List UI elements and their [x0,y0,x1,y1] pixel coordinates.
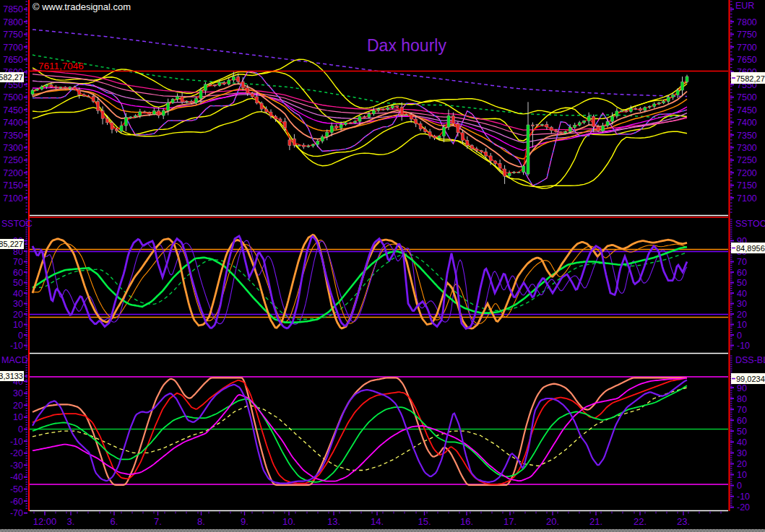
svg-text:7700: 7700 [3,43,23,53]
svg-text:20: 20 [13,401,23,411]
svg-text:7350: 7350 [3,131,23,141]
svg-text:10: 10 [13,320,23,330]
svg-text:10: 10 [13,412,23,422]
svg-text:40: 40 [737,289,747,299]
svg-text:80: 80 [737,394,747,404]
svg-text:99,0234: 99,0234 [736,375,765,383]
svg-text:14.: 14. [371,516,384,527]
svg-text:60: 60 [737,416,747,426]
svg-text:EUR: EUR [735,1,754,11]
svg-text:582,27: 582,27 [0,73,23,82]
svg-text:8.: 8. [197,516,205,527]
svg-text:7450: 7450 [737,105,757,115]
svg-text:7850: 7850 [3,4,23,14]
svg-text:7150: 7150 [737,180,757,191]
svg-text:10.: 10. [282,516,295,527]
svg-text:7100: 7100 [3,193,23,204]
svg-text:-10: -10 [10,437,23,447]
svg-text:7350: 7350 [737,131,757,141]
svg-text:23.: 23. [677,516,690,527]
svg-text:-70: -70 [10,508,23,518]
svg-text:84,8956: 84,8956 [736,244,765,253]
svg-text:40: 40 [13,289,23,299]
svg-text:50: 50 [13,278,23,288]
svg-text:7650: 7650 [737,55,757,65]
svg-text:70: 70 [737,257,747,267]
svg-text:7200: 7200 [3,168,23,178]
svg-text:40: 40 [737,437,747,448]
svg-text:-40: -40 [10,472,23,482]
svg-text:-30: -30 [10,461,23,471]
svg-text:7800: 7800 [737,17,757,27]
svg-text:Dax hourly: Dax hourly [367,36,446,55]
svg-text:7450: 7450 [3,105,23,115]
svg-text:30: 30 [737,299,747,309]
svg-text:10: 10 [737,320,747,330]
svg-text:60: 60 [13,268,23,278]
svg-text:-10: -10 [737,341,750,351]
svg-text:7750: 7750 [3,30,23,40]
svg-text:85,227: 85,227 [0,240,23,248]
svg-text:7150: 7150 [3,180,23,191]
svg-text:6.: 6. [111,516,118,527]
svg-text:7100: 7100 [737,193,757,204]
svg-text:16.: 16. [460,516,473,527]
svg-text:SSTOC: SSTOC [1,219,33,229]
svg-text:-20: -20 [10,448,23,458]
svg-text:7300: 7300 [3,143,23,153]
svg-text:70: 70 [13,257,23,267]
svg-text:7300: 7300 [737,143,757,153]
svg-text:7250: 7250 [737,155,757,165]
svg-text:7500: 7500 [737,92,757,103]
svg-text:9.: 9. [241,516,248,527]
svg-text:-50: -50 [10,484,23,494]
svg-text:0: 0 [18,424,23,435]
svg-text:7611,7046: 7611,7046 [38,61,84,71]
svg-text:-10: -10 [10,341,23,351]
svg-text:7700: 7700 [737,43,757,53]
svg-text:50: 50 [737,278,747,288]
svg-text:-20: -20 [737,502,750,513]
svg-text:7400: 7400 [737,118,757,128]
svg-text:0: 0 [18,331,23,341]
svg-text:-60: -60 [10,497,23,507]
svg-text:20: 20 [737,310,747,320]
svg-text:© www.tradesignal.com: © www.tradesignal.com [33,1,131,12]
svg-text:90: 90 [737,383,747,393]
svg-text:7582,27: 7582,27 [736,74,765,83]
svg-text:17.: 17. [503,516,517,527]
svg-text:13.: 13. [327,516,340,527]
svg-text:20.: 20. [546,516,559,527]
svg-text:20: 20 [737,459,747,469]
svg-text:30: 30 [13,299,23,309]
svg-text:30: 30 [737,448,747,458]
svg-text:7500: 7500 [3,92,23,103]
svg-text:7.: 7. [154,516,162,527]
svg-text:0: 0 [737,481,742,491]
svg-text:-10: -10 [737,492,750,502]
svg-text:22.: 22. [634,516,647,527]
svg-text:7750: 7750 [737,30,757,40]
svg-text:SSTOC: SSTOC [735,219,765,229]
svg-text:7200: 7200 [737,168,757,178]
svg-text:7650: 7650 [3,55,23,65]
svg-text:50: 50 [737,427,747,437]
svg-text:MACD: MACD [1,355,28,365]
svg-text:DSS-BLA: DSS-BLA [735,355,765,365]
svg-text:30: 30 [13,388,23,398]
svg-text:3.: 3. [67,516,75,527]
svg-text:15.: 15. [418,516,431,527]
svg-text:0: 0 [737,331,742,341]
svg-text:10: 10 [737,470,747,480]
svg-text:70: 70 [737,405,747,415]
svg-text:60: 60 [737,268,747,278]
svg-text:21.: 21. [589,516,602,527]
svg-text:20: 20 [13,310,23,320]
svg-text:7800: 7800 [3,17,23,27]
svg-text:7400: 7400 [3,118,23,128]
svg-text:3,3133: 3,3133 [0,372,23,380]
svg-text:12:00: 12:00 [33,516,57,527]
svg-text:7250: 7250 [3,155,23,165]
